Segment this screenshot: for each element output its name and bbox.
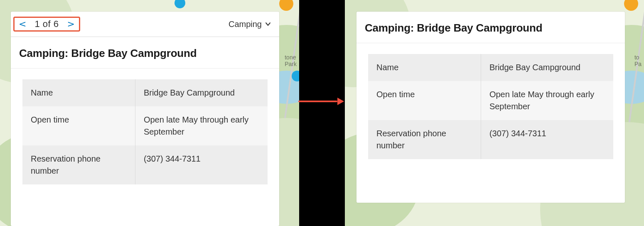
attr-key: Reservation phone number bbox=[22, 145, 135, 184]
attributes-tbody: NameBridge Bay CampgroundOpen timeOpen l… bbox=[368, 54, 613, 159]
comparison-stage: tonePark toPa 89 < 1 of 6 > Camping Camp bbox=[0, 0, 644, 226]
attr-key: Reservation phone number bbox=[368, 120, 481, 159]
attr-key: Name bbox=[368, 54, 481, 81]
attr-value: (307) 344-7311 bbox=[135, 145, 268, 184]
attr-value: Bridge Bay Campground bbox=[481, 54, 613, 81]
table-row: NameBridge Bay Campground bbox=[22, 79, 268, 106]
attr-value: Open late May through early September bbox=[481, 81, 613, 120]
pager-next-button[interactable]: > bbox=[64, 19, 77, 29]
map-park-label: toPa bbox=[634, 54, 642, 67]
attr-key: Open time bbox=[368, 81, 481, 120]
popup-pager: < 1 of 6 > bbox=[13, 17, 80, 32]
chevron-down-icon bbox=[265, 21, 271, 27]
table-row: Reservation phone number(307) 344-7311 bbox=[22, 145, 268, 184]
route-shield: 89 bbox=[618, 208, 632, 218]
attr-value: Bridge Bay Campground bbox=[135, 79, 268, 106]
map-park-label: tonePark bbox=[285, 54, 297, 67]
transition-arrow-icon bbox=[298, 96, 344, 107]
table-row: NameBridge Bay Campground bbox=[368, 54, 613, 81]
attr-value: Open late May through early September bbox=[135, 106, 268, 145]
map-poi-icon bbox=[624, 0, 638, 11]
attributes-table: NameBridge Bay CampgroundOpen timeOpen l… bbox=[368, 54, 613, 159]
layer-select[interactable]: Camping bbox=[229, 20, 271, 29]
attr-key: Name bbox=[22, 79, 135, 106]
attributes-table: NameBridge Bay CampgroundOpen timeOpen l… bbox=[22, 79, 268, 184]
black-divider bbox=[299, 0, 345, 226]
popup-title: Camping: Bridge Bay Campground bbox=[11, 37, 279, 69]
popup-body: NameBridge Bay CampgroundOpen timeOpen l… bbox=[11, 69, 279, 195]
map-poi-icon bbox=[279, 0, 293, 11]
pager-count: 1 of 6 bbox=[34, 19, 59, 29]
attr-value: (307) 344-7311 bbox=[481, 120, 613, 159]
popup-before: < 1 of 6 > Camping Camping: Bridge Bay C… bbox=[11, 12, 279, 226]
arrow-head bbox=[337, 98, 344, 105]
popup-title: Camping: Bridge Bay Campground bbox=[356, 12, 625, 43]
popup-body: NameBridge Bay CampgroundOpen timeOpen l… bbox=[356, 43, 625, 170]
table-row: Open timeOpen late May through early Sep… bbox=[368, 81, 613, 120]
layer-select-label: Camping bbox=[229, 20, 262, 29]
arrow-line bbox=[298, 101, 337, 102]
map-poi-icon bbox=[175, 0, 185, 8]
popup-topbar: < 1 of 6 > Camping bbox=[11, 12, 279, 37]
pager-prev-button[interactable]: < bbox=[16, 19, 29, 29]
attr-key: Open time bbox=[22, 106, 135, 145]
attributes-tbody: NameBridge Bay CampgroundOpen timeOpen l… bbox=[22, 79, 268, 184]
table-row: Open timeOpen late May through early Sep… bbox=[22, 106, 268, 145]
popup-after: Camping: Bridge Bay Campground NameBridg… bbox=[356, 12, 625, 203]
table-row: Reservation phone number(307) 344-7311 bbox=[368, 120, 613, 159]
